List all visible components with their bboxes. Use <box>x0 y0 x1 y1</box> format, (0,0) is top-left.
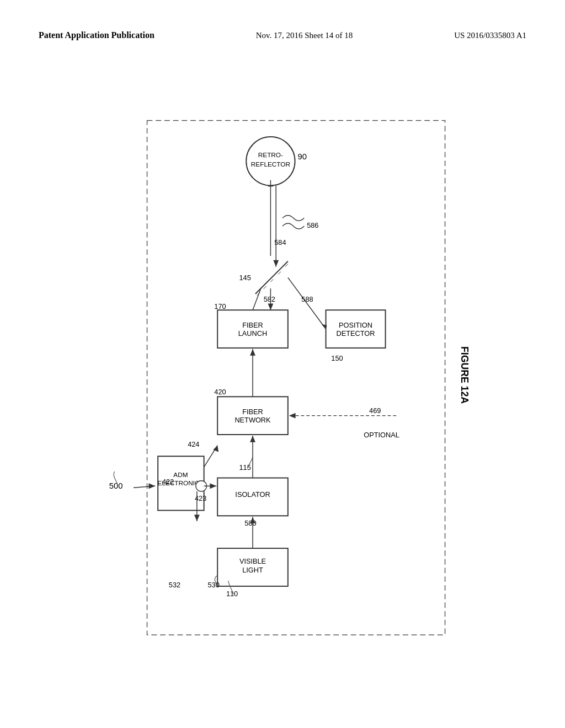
svg-text:422: 422 <box>162 478 174 486</box>
svg-line-47 <box>278 271 281 274</box>
svg-text:REFLECTOR: REFLECTOR <box>251 160 290 168</box>
svg-text:588: 588 <box>301 295 313 303</box>
svg-text:OPTIONAL: OPTIONAL <box>364 431 399 439</box>
svg-marker-74 <box>148 483 155 489</box>
svg-text:LAUNCH: LAUNCH <box>238 329 267 338</box>
svg-line-56 <box>253 288 261 310</box>
header-publication-label: Patent Application Publication <box>39 30 154 40</box>
svg-text:POSITION: POSITION <box>339 321 372 329</box>
svg-text:500: 500 <box>109 481 123 490</box>
svg-marker-17 <box>250 436 255 442</box>
svg-marker-52 <box>268 303 273 310</box>
svg-text:DETECTOR: DETECTOR <box>337 329 375 338</box>
svg-text:FIBER: FIBER <box>242 408 263 416</box>
svg-text:582: 582 <box>264 295 275 303</box>
svg-text:170: 170 <box>214 302 226 311</box>
svg-text:90: 90 <box>297 152 306 161</box>
svg-text:RETRO-: RETRO- <box>258 151 283 158</box>
diagram-area: FIGURE 12A VISIBLE LIGHT 110 530 532 ISO… <box>44 77 521 673</box>
svg-text:530: 530 <box>208 581 220 589</box>
svg-rect-0 <box>147 121 445 635</box>
svg-marker-37 <box>250 349 255 356</box>
header-patent-number: US 2016/0335803 A1 <box>454 31 526 40</box>
svg-text:424: 424 <box>188 440 199 448</box>
svg-text:VISIBLE: VISIBLE <box>239 557 266 565</box>
svg-text:420: 420 <box>214 388 226 396</box>
svg-text:469: 469 <box>369 406 381 415</box>
svg-line-45 <box>264 286 266 289</box>
svg-text:150: 150 <box>331 354 343 362</box>
svg-text:NETWORK: NETWORK <box>234 416 271 424</box>
page-header: Patent Application Publication Nov. 17, … <box>39 30 526 40</box>
svg-marker-28 <box>210 483 216 489</box>
patent-diagram: FIGURE 12A VISIBLE LIGHT 110 530 532 ISO… <box>44 77 521 673</box>
svg-line-46 <box>270 279 273 282</box>
svg-text:FIBER: FIBER <box>242 321 263 329</box>
svg-text:ISOLATOR: ISOLATOR <box>235 490 270 499</box>
svg-text:LIGHT: LIGHT <box>242 566 263 574</box>
svg-line-48 <box>285 264 288 267</box>
svg-text:ADM: ADM <box>173 471 188 478</box>
svg-text:145: 145 <box>239 274 250 282</box>
svg-marker-30 <box>194 515 200 521</box>
svg-text:FIGURE 12A: FIGURE 12A <box>459 346 470 404</box>
svg-marker-66 <box>273 260 279 267</box>
header-date-sheet: Nov. 17, 2016 Sheet 14 of 18 <box>256 31 353 40</box>
svg-marker-69 <box>289 413 296 419</box>
svg-text:586: 586 <box>307 221 318 229</box>
svg-text:532: 532 <box>169 581 180 589</box>
